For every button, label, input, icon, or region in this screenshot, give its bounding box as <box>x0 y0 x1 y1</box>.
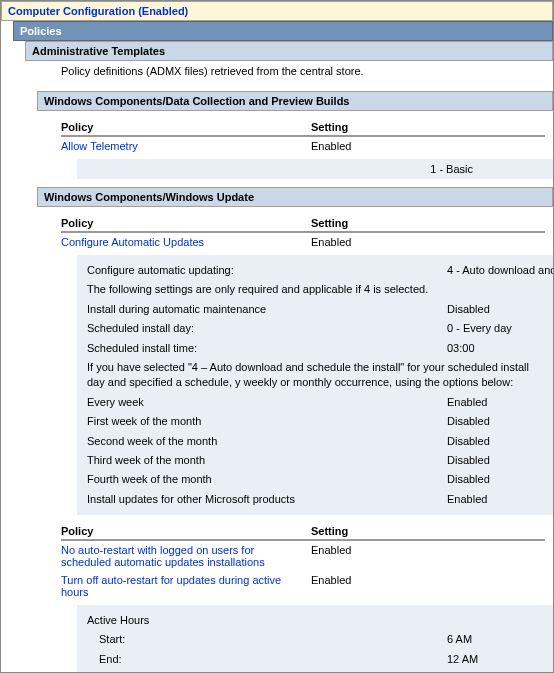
table-row: No auto-restart with logged on users for… <box>61 541 545 571</box>
policy-link-configure-automatic-updates[interactable]: Configure Automatic Updates <box>61 236 311 248</box>
detail-label: First week of the month <box>87 414 447 429</box>
detail-label: Second week of the month <box>87 434 447 449</box>
section2-title: Windows Components/Windows Update <box>44 191 254 203</box>
table-header: Policy Setting <box>61 213 545 233</box>
policy-link-no-auto-restart[interactable]: No auto-restart with logged on users for… <box>61 544 311 568</box>
level0-title: Computer Configuration (Enabled) <box>8 5 188 17</box>
computer-configuration-header: Computer Configuration (Enabled) <box>1 1 553 21</box>
section2-table2: Policy Setting No auto-restart with logg… <box>61 521 545 601</box>
detail-value: Enabled <box>447 395 543 410</box>
detail-value: 4 - Auto download and sche <box>447 263 554 278</box>
detail-row: Start: 6 AM <box>87 630 543 649</box>
detail-label: Install updates for other Microsoft prod… <box>87 492 447 507</box>
detail-value: Disabled <box>447 302 543 317</box>
detail-value: Disabled <box>447 434 543 449</box>
detail-value: Disabled <box>447 414 543 429</box>
detail-row: Install during automatic maintenance Dis… <box>87 300 543 319</box>
detail-row: Third week of the month Disabled <box>87 451 543 470</box>
col-setting: Setting <box>311 525 545 537</box>
section1-table: Policy Setting Allow Telemetry Enabled <box>61 117 545 155</box>
detail-row: Second week of the month Disabled <box>87 432 543 451</box>
detail-row: Scheduled install day: 0 - Every day <box>87 319 543 338</box>
active-hours-details: Active Hours Start: 6 AM End: 12 AM <box>77 605 553 673</box>
policy-setting: Enabled <box>311 544 545 556</box>
detail-label: Active Hours <box>87 613 543 628</box>
section-windows-update: Windows Components/Windows Update <box>37 187 553 207</box>
policy-setting: Enabled <box>311 236 545 248</box>
detail-row: Install updates for other Microsoft prod… <box>87 490 543 509</box>
detail-label: Third week of the month <box>87 453 447 468</box>
section1-title: Windows Components/Data Collection and P… <box>44 95 350 107</box>
policy-link-allow-telemetry[interactable]: Allow Telemetry <box>61 140 311 152</box>
table-header: Policy Setting <box>61 521 545 541</box>
detail-row: First week of the month Disabled <box>87 412 543 431</box>
detail-label: Every week <box>87 395 447 410</box>
detail-label: Configure automatic updating: <box>87 263 447 278</box>
detail-label: If you have selected "4 – Auto download … <box>87 360 543 391</box>
detail-row: Every week Enabled <box>87 393 543 412</box>
detail-label: Scheduled install time: <box>87 341 447 356</box>
detail-row: The following settings are only required… <box>87 280 543 299</box>
section2-table: Policy Setting Configure Automatic Updat… <box>61 213 545 251</box>
detail-row: Scheduled install time: 03:00 <box>87 339 543 358</box>
policy-setting: Enabled <box>311 140 545 152</box>
level1-title: Policies <box>20 25 62 37</box>
detail-label: Fourth week of the month <box>87 472 447 487</box>
detail-value: 12 AM <box>447 652 543 667</box>
detail-label: Scheduled install day: <box>87 321 447 336</box>
telemetry-value: 1 - Basic <box>77 159 553 179</box>
detail-row: Configure automatic updating: 4 - Auto d… <box>87 261 543 280</box>
policy-link-turn-off-auto-restart[interactable]: Turn off auto-restart for updates during… <box>61 574 311 598</box>
table-header: Policy Setting <box>61 117 545 137</box>
admx-description: Policy definitions (ADMX files) retrieve… <box>61 61 553 85</box>
detail-label: The following settings are only required… <box>87 282 543 297</box>
col-policy: Policy <box>61 217 311 229</box>
col-setting: Setting <box>311 121 545 133</box>
detail-row: If you have selected "4 – Auto download … <box>87 358 543 393</box>
col-setting: Setting <box>311 217 545 229</box>
detail-value: Disabled <box>447 472 543 487</box>
table-row: Turn off auto-restart for updates during… <box>61 571 545 601</box>
automatic-updates-details: Configure automatic updating: 4 - Auto d… <box>77 255 553 515</box>
detail-row: Fourth week of the month Disabled <box>87 470 543 489</box>
col-policy: Policy <box>61 525 311 537</box>
detail-value: 6 AM <box>447 632 543 647</box>
table-row: Configure Automatic Updates Enabled <box>61 233 545 251</box>
detail-value: Disabled <box>447 453 543 468</box>
policies-header: Policies <box>13 21 553 41</box>
detail-value: Enabled <box>447 492 543 507</box>
detail-label: End: <box>87 652 447 667</box>
detail-row: Active Hours <box>87 611 543 630</box>
col-policy: Policy <box>61 121 311 133</box>
administrative-templates-header: Administrative Templates <box>25 41 553 61</box>
table-row: Allow Telemetry Enabled <box>61 137 545 155</box>
detail-value: 0 - Every day <box>447 321 543 336</box>
detail-label: Install during automatic maintenance <box>87 302 447 317</box>
detail-row: End: 12 AM <box>87 650 543 669</box>
detail-label: Start: <box>87 632 447 647</box>
level2-title: Administrative Templates <box>32 45 165 57</box>
section-data-collection: Windows Components/Data Collection and P… <box>37 91 553 111</box>
detail-value: 03:00 <box>447 341 543 356</box>
policy-setting: Enabled <box>311 574 545 586</box>
